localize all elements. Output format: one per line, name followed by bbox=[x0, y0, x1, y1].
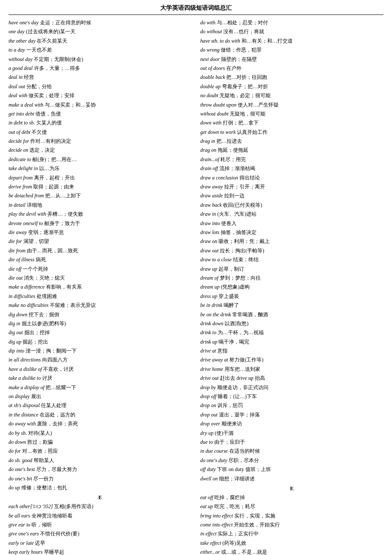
entry-english: at sb's disposal bbox=[9, 402, 41, 408]
entry-chinese: 使人对…产生怀疑 bbox=[238, 102, 279, 108]
entry-chinese: 掘出；挖掉 bbox=[24, 330, 50, 335]
list-item: dedicate to 献(身)；把…用在… bbox=[9, 155, 192, 164]
list-item: decide for 作对…有利的决定 bbox=[9, 137, 192, 145]
entry-chinese: 没有…也行；将就 bbox=[223, 29, 264, 35]
list-item: dig out 掘出；挖掉 bbox=[9, 328, 192, 337]
list-item: do wrong 做错；作恶，犯罪 bbox=[200, 46, 383, 54]
entry-chinese: 掘起；挖出 bbox=[23, 339, 48, 345]
list-item: depart from 离开，起程；开出 bbox=[9, 173, 192, 182]
entry-english: die of illness bbox=[9, 257, 36, 263]
list-item: a good deal 许多，大量；…得多 bbox=[9, 64, 192, 72]
entry-english: drink to bbox=[200, 330, 218, 335]
list-item: get into debt 借债，负债 bbox=[9, 110, 192, 118]
list-item: the other day 在不久前某天 bbox=[9, 37, 192, 45]
list-item: drink up 喝干净，喝完 bbox=[200, 338, 383, 346]
entry-chinese: 废除，去掉；弄死 bbox=[37, 421, 78, 427]
entry-chinese: 认真开始工作 bbox=[237, 129, 268, 135]
entry-chinese: 梦到；梦想；向往 bbox=[220, 275, 261, 281]
entry-english: without day bbox=[9, 56, 34, 62]
list-item: draw out 拉长；掏出(手帕等) bbox=[200, 246, 383, 255]
entry-english: in due course bbox=[200, 448, 229, 454]
entry-english: down with bbox=[200, 120, 223, 126]
list-item: do up 维修；使整洁；包扎 bbox=[9, 483, 192, 492]
entry-english: give one's ears bbox=[9, 531, 40, 537]
entry-chinese: 把…炫耀一下 bbox=[46, 384, 76, 390]
entry-chinese: 迟早 bbox=[35, 540, 45, 546]
entry-chinese: 弄糟…；使失败 bbox=[47, 211, 83, 217]
entry-english: do wrong bbox=[200, 47, 221, 53]
entry-english: die from bbox=[9, 248, 27, 254]
main-content: have one's day 走运；正在得意的时候one day (过去或将来的… bbox=[9, 18, 383, 555]
entry-english: draw out bbox=[200, 248, 220, 254]
entry-english: do one's duty bbox=[200, 457, 228, 463]
entry-english: drag on bbox=[200, 147, 218, 153]
list-item: dwell on 细想；详细讲述 bbox=[200, 474, 383, 483]
list-item: either...or 或…或，不是…就是 bbox=[200, 548, 383, 555]
list-item: do without 没有…也行；将就 bbox=[200, 27, 383, 36]
entry-english: double up bbox=[200, 84, 222, 90]
entry-english: drag in bbox=[200, 138, 216, 144]
list-item: early or late 迟早 bbox=[9, 539, 192, 547]
entry-chinese: 喝干净，喝完 bbox=[219, 339, 249, 345]
entry-chinese: 做买卖；处理；安排 bbox=[29, 92, 75, 98]
entry-english: do one's bit bbox=[9, 476, 33, 482]
entry-chinese: 变弱；逐渐平息 bbox=[28, 229, 64, 235]
entry-english: have a dislike of bbox=[9, 366, 43, 372]
entry-english: draw away bbox=[200, 184, 224, 190]
entry-english: be all ears bbox=[9, 513, 32, 519]
list-item: in debt to sb. 欠某人的债 bbox=[9, 119, 192, 127]
list-item: be on the drink 常常喝酒，酗酒 bbox=[200, 310, 383, 319]
list-item: draw in (火车、汽车)进站 bbox=[200, 210, 383, 218]
entry-chinese: 开始生效，开始实行 bbox=[234, 522, 280, 528]
entry-chinese: 渴望，切望 bbox=[23, 238, 49, 244]
list-item: drink to 为…干杯，为…祝福 bbox=[200, 328, 383, 337]
entry-chinese: 为…干杯，为…祝福 bbox=[218, 330, 264, 335]
list-item: dream of 梦到；梦想；向往 bbox=[200, 274, 383, 282]
entry-chinese: 拉开；引开；离开 bbox=[224, 184, 265, 190]
list-item: at sb's disposal 任某人处理 bbox=[9, 401, 192, 410]
list-item: out of debt 不欠债 bbox=[9, 128, 192, 136]
list-item: dig up 掘起；挖出 bbox=[9, 338, 192, 346]
list-item: draw back 收回(已付关税等) bbox=[200, 201, 383, 209]
entry-english: drop on bbox=[200, 402, 217, 408]
entry-english: be detached from bbox=[9, 193, 45, 199]
list-item: draw to a close 结束；终结 bbox=[200, 255, 383, 264]
section-header-e-left: E bbox=[9, 494, 192, 501]
entry-chinese: 收回(已付关税等) bbox=[223, 202, 262, 208]
entry-english: give ear to bbox=[9, 522, 32, 528]
entry-english: the other day bbox=[9, 38, 37, 44]
left-column: have one's day 走运；正在得意的时候one day (过去或将来的… bbox=[9, 18, 192, 555]
entry-english: do sb. good bbox=[9, 457, 34, 463]
entry-chinese: 弯着身子；把…对折 bbox=[222, 84, 268, 90]
list-item: do down 胜过；欺骗 bbox=[9, 438, 192, 446]
entry-chinese: 胜过；欺骗 bbox=[27, 439, 53, 445]
list-item: deal with 做买卖；处理；安排 bbox=[9, 91, 192, 100]
entry-chinese: 拉到一边 bbox=[224, 193, 245, 199]
entry-chinese: 不喜欢，讨厌 bbox=[43, 366, 74, 372]
entry-english: in effect bbox=[200, 531, 218, 537]
list-item: double up 弯着身子；把…对折 bbox=[200, 82, 383, 91]
entry-chinese: 以…为乐 bbox=[39, 165, 60, 171]
section-header-e-right: E bbox=[200, 485, 383, 492]
list-item: throw doubt upon 使人对…产生怀疑 bbox=[200, 101, 383, 109]
list-item: die off 一个个死掉 bbox=[9, 265, 192, 273]
entry-chinese: 隔壁的；在隔壁 bbox=[221, 56, 257, 62]
list-item: make a display of 把…炫耀一下 bbox=[9, 383, 192, 392]
entry-english: in detail bbox=[9, 202, 27, 208]
list-item: dig in 掘土以参进(肥料等) bbox=[9, 319, 192, 328]
entry-chinese: 下班 on duty 值班；上班 bbox=[217, 466, 271, 472]
entry-chinese: 赶出去 drive up 抬高 bbox=[220, 375, 265, 381]
entry-english: play the devil with bbox=[9, 211, 47, 217]
entry-english: draw to a close bbox=[200, 257, 233, 263]
entry-chinese: 向四面八方 bbox=[42, 357, 68, 363]
entry-chinese: 尽力，尽最大努力 bbox=[36, 466, 77, 472]
entry-english: draw on bbox=[200, 238, 219, 244]
list-item: die away 变弱；逐渐平息 bbox=[9, 228, 192, 237]
entry-english: drive home bbox=[200, 366, 225, 372]
entry-english: in difficulties bbox=[9, 293, 37, 299]
list-item: drain off 流掉；渐渐枯竭 bbox=[200, 164, 383, 173]
entry-english: dry up bbox=[200, 430, 215, 436]
list-item: drive at 意指 bbox=[200, 347, 383, 355]
entry-english: die for bbox=[9, 238, 23, 244]
entry-english: on display bbox=[9, 393, 31, 399]
